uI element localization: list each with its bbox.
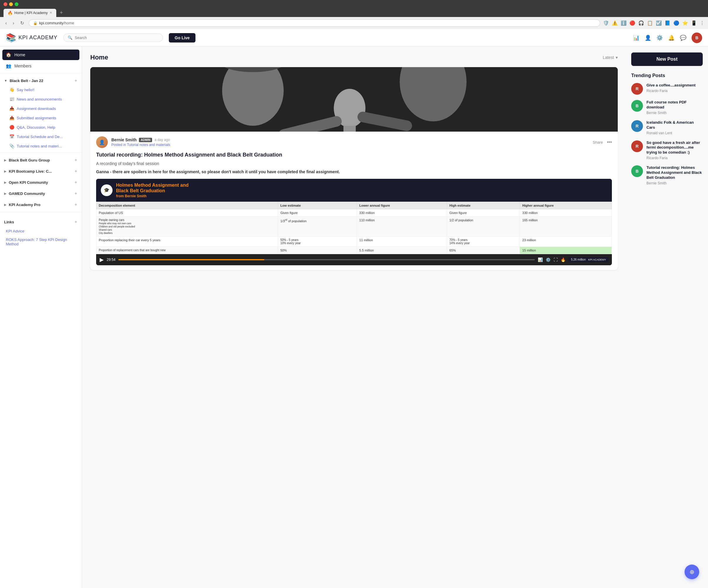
channel-icon: 🎓	[101, 184, 113, 196]
trending-avatar-3: R	[631, 120, 643, 132]
go-live-button[interactable]: Go Live	[169, 33, 196, 42]
forward-button[interactable]: ›	[11, 20, 16, 26]
trending-item-1[interactable]: R Give a coffee....assignment Ricardo Fa…	[631, 83, 703, 95]
minimize-window-button[interactable]	[9, 2, 13, 6]
play-button[interactable]: ▶	[100, 257, 104, 263]
messages-icon[interactable]: 💬	[680, 35, 686, 41]
extension-icon-7[interactable]: 📘	[665, 20, 671, 26]
sidebar-group-pro[interactable]: ▶ KPI Academy Pro ＋	[0, 199, 82, 210]
fullscreen-icon[interactable]: ⛶	[554, 257, 558, 262]
post-actions: Share •••	[593, 140, 612, 145]
table-header-element: Decomposition element	[96, 202, 278, 209]
search-bar[interactable]: 🔍	[63, 33, 163, 42]
post-spoiler-warning: Ganna - there are spoilers in here for t…	[96, 170, 612, 174]
trending-avatar-4: R	[631, 140, 643, 152]
sidebar-section-black-belt[interactable]: ▼ Black Belt - Jan 22 ＋	[0, 75, 82, 85]
post-title: Tutorial recording: Holmes Method Assign…	[96, 151, 612, 158]
avatar[interactable]: B	[691, 33, 702, 43]
extension-icon-1[interactable]: ⚠️	[612, 20, 618, 26]
trending-item-3[interactable]: R Icelandic Folk & American Cars Ronald …	[631, 120, 703, 135]
add-section-icon[interactable]: ＋	[74, 78, 78, 83]
address-bar[interactable]: 🔒 kpi.community/home	[29, 19, 600, 27]
add-gamed-icon[interactable]: ＋	[74, 191, 78, 196]
sidebar-sub-assignment-downloads[interactable]: 📥 Assignment downloads	[0, 104, 82, 113]
trending-item-4[interactable]: R So good have a fresh air after fermi d…	[631, 140, 703, 160]
tab-close-button[interactable]: ✕	[50, 11, 52, 14]
active-tab[interactable]: 🔥 Home | KPI Academy ✕	[3, 9, 56, 17]
help-button[interactable]: ⊕	[684, 564, 699, 579]
sidebar-sub-label: Q&A, Discussion, Help	[17, 125, 55, 129]
chevron-down-icon: ▾	[616, 55, 618, 60]
add-open-kpi-icon[interactable]: ＋	[74, 180, 78, 185]
shield-icon[interactable]: 🛡️	[603, 20, 609, 26]
sidebar-divider	[0, 73, 82, 73]
add-bootcamp-icon[interactable]: ＋	[74, 169, 78, 174]
sidebar-group-guru[interactable]: ▶ Black Belt Guru Group ＋	[0, 154, 82, 166]
extension-icon-5[interactable]: 📋	[647, 20, 653, 26]
sidebar-sub-submitted[interactable]: 📤 Submitted assignments	[0, 113, 82, 122]
add-pro-icon[interactable]: ＋	[74, 202, 78, 207]
add-link-icon[interactable]: ＋	[74, 219, 78, 225]
security-icon: 🔒	[33, 21, 37, 25]
trending-post-title-1: Give a coffee....assignment	[646, 83, 703, 88]
sidebar-sub-tutorial-notes[interactable]: 📎 Tutorial notes and materi...	[0, 141, 82, 151]
trending-item-5[interactable]: B Tutorial recording: Holmes Method Assi…	[631, 165, 703, 185]
extension-icon-8[interactable]: 🔵	[673, 20, 679, 26]
share-button[interactable]: Share	[593, 140, 603, 145]
back-button[interactable]: ‹	[3, 20, 8, 26]
sidebar-sub-label: Say hello!!	[17, 88, 35, 92]
sidebar-sub-say-hello[interactable]: 👋 Say hello!!	[0, 85, 82, 94]
video-table: Decomposition element Low estimate Lower…	[96, 202, 612, 254]
volume-icon[interactable]: 📊	[538, 257, 543, 262]
trending-info-5: Tutorial recording: Holmes Method Assign…	[646, 165, 703, 185]
sidebar-group-open-kpi[interactable]: ▶ Open KPI Community ＋	[0, 177, 82, 188]
video-progress-bar[interactable]	[118, 259, 535, 260]
svg-rect-13	[90, 67, 618, 131]
new-tab-button[interactable]: +	[57, 8, 65, 17]
stats-icon[interactable]: 📊	[633, 35, 640, 41]
extension-icon-6[interactable]: ☑️	[656, 20, 662, 26]
logo[interactable]: 📚 KPI ACADEMY	[6, 33, 57, 42]
sidebar-item-members[interactable]: 👥 Members	[0, 61, 82, 71]
trending-info-2: Full course notes PDF download Bernie Sm…	[646, 100, 703, 115]
notifications-icon[interactable]: 🔔	[668, 35, 675, 41]
add-guru-icon[interactable]: ＋	[74, 157, 78, 163]
extension-icon-10[interactable]: 📱	[691, 20, 697, 26]
admin-badge: ADMIN	[139, 138, 152, 142]
sidebar-group-bootcamp[interactable]: ▶ KPI Bootcamp Live: C... ＋	[0, 166, 82, 177]
trending-avatar-1: R	[631, 83, 643, 95]
search-icon: 🔍	[68, 35, 72, 40]
newspaper-icon: 📰	[9, 97, 14, 101]
post-timestamp: a day ago	[154, 138, 170, 142]
trending-author-5: Bernie Smith	[646, 181, 703, 185]
extension-icon-2[interactable]: ℹ️	[621, 20, 626, 26]
video-settings-icon[interactable]: ⚙️	[545, 257, 551, 262]
sidebar-item-home[interactable]: 🏠 Home	[2, 50, 80, 60]
sidebar-sub-qa[interactable]: 🔴 Q&A, Discussion, Help	[0, 122, 82, 132]
maximize-window-button[interactable]	[14, 2, 19, 6]
extension-icon-9[interactable]: ⭐	[682, 20, 688, 26]
sidebar-group-title: Black Belt Guru Group	[9, 158, 50, 163]
more-options-button[interactable]: •••	[607, 140, 612, 145]
sidebar-sub-tutorial-schedule[interactable]: 📅 Tutorial Schedule and De...	[0, 132, 82, 141]
sort-dropdown[interactable]: Latest ▾	[603, 55, 618, 60]
sidebar-group-gamed[interactable]: ▶ GAMED Community ＋	[0, 188, 82, 199]
extension-icon-4[interactable]: 🎧	[638, 20, 644, 26]
extension-icon-3[interactable]: 🔴	[629, 20, 635, 26]
close-window-button[interactable]	[3, 2, 7, 6]
trending-info-1: Give a coffee....assignment Ricardo Fari…	[646, 83, 703, 95]
sidebar-sub-news[interactable]: 📰 News and announcements	[0, 94, 82, 104]
sidebar-link-kpi-advice[interactable]: KPI Advice	[0, 227, 82, 235]
video-from: from Bernie Smith	[116, 194, 188, 198]
trending-post-title-3: Icelandic Folk & American Cars	[646, 120, 703, 130]
search-input[interactable]	[75, 35, 158, 40]
menu-icon[interactable]: ⋮	[700, 20, 705, 26]
profile-icon[interactable]: 👤	[645, 35, 651, 41]
trending-item-2[interactable]: B Full course notes PDF download Bernie …	[631, 100, 703, 115]
settings-icon[interactable]: ⚙️	[656, 35, 663, 41]
reload-button[interactable]: ↻	[19, 20, 26, 26]
trending-author-4: Ricardo Faria	[646, 156, 703, 160]
sidebar-link-roks[interactable]: ROKS Approach: 7 Step KPI Design Method	[0, 235, 82, 248]
browser-chrome: 🔥 Home | KPI Academy ✕ +	[0, 0, 708, 17]
new-post-button[interactable]: New Post	[631, 53, 703, 66]
